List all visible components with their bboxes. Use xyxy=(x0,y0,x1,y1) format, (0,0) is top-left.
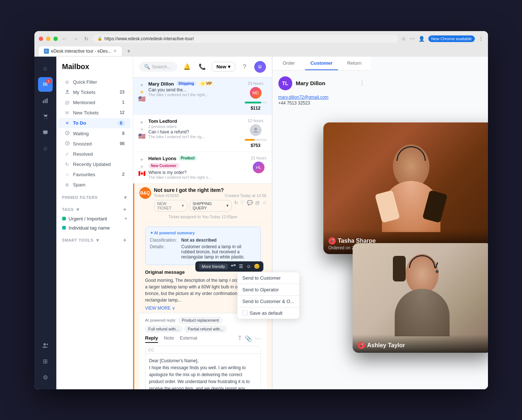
tab-return[interactable]: Return xyxy=(338,57,371,70)
sidebar-item-waiting[interactable]: Waiting 8 xyxy=(59,129,131,139)
contact-more-btn[interactable]: ⋮ xyxy=(359,80,365,87)
list-format-btn[interactable]: ☰ xyxy=(239,264,243,269)
video-card-tasha: 🎤 Tasha Sharpe Ordered on 22 Mar, 2022 xyxy=(323,122,488,254)
refresh-ticket-icon[interactable]: ↻ xyxy=(234,200,238,212)
ticket-item-tom-ledford[interactable]: + ★ 🇺🇸 Tom Ledford 2 previous orders Can… xyxy=(133,115,272,152)
sidebar-item-new-tickets[interactable]: ✉ New Tickets 12 xyxy=(59,108,131,118)
tag-individual[interactable]: Individual tag name xyxy=(56,223,133,232)
suggestion-product[interactable]: Product replacement xyxy=(179,317,222,323)
forward-button[interactable]: → xyxy=(72,35,80,42)
star-icon-3[interactable]: ★ xyxy=(140,164,144,169)
emoji-btn-1[interactable]: ☺ xyxy=(246,264,251,269)
at-icon[interactable]: @ xyxy=(255,200,260,212)
more-friendly-label[interactable]: More friendly xyxy=(199,264,228,269)
quick-filter-icon: ⊘ xyxy=(64,79,70,85)
close-dot[interactable] xyxy=(39,37,43,41)
new-tickets-icon: ✉ xyxy=(64,110,70,116)
new-tab-button[interactable]: + xyxy=(123,46,134,57)
refresh-button[interactable]: ↻ xyxy=(83,35,90,42)
ticket-list-header: 🔍 Search... 🔔 📞 New ▾ ? U xyxy=(133,57,272,77)
contact-email[interactable]: mary.dillon72@gmail.com xyxy=(278,95,365,100)
tag-urgent-important[interactable]: Urgent / Important ▾ xyxy=(56,214,133,223)
chat-icon[interactable]: 💬 xyxy=(247,200,253,212)
star-icon-2[interactable]: ★ xyxy=(140,126,144,132)
tab-order[interactable]: Order xyxy=(273,57,305,70)
send-to-customer-operator-item[interactable]: Send to Customer & O... xyxy=(237,296,300,307)
sidebar-icon-mail[interactable]: ✉ 1 xyxy=(38,77,53,92)
attachment-icon[interactable]: 📎 xyxy=(245,335,252,343)
shipping-query-badge[interactable]: SHIPPING QUERY ▾ xyxy=(189,200,232,212)
smart-tools-chevron[interactable]: ▾ xyxy=(96,237,99,243)
recently-updated-icon: ↻ xyxy=(64,162,70,167)
star-ticket-icon[interactable]: ☆ xyxy=(262,200,267,212)
quote-format-btn[interactable]: ❝❞ xyxy=(231,264,236,269)
add-smart-tool-button[interactable]: + xyxy=(123,237,127,243)
star-icon[interactable]: ★ xyxy=(140,89,144,95)
more-options-icon[interactable]: ⋯ xyxy=(255,335,261,343)
text-icon[interactable]: T xyxy=(238,335,242,343)
reply-tab-note[interactable]: Note xyxy=(164,335,174,343)
reply-tab-reply[interactable]: Reply xyxy=(145,335,158,343)
pinned-filters-chevron[interactable]: ▾ xyxy=(124,194,127,200)
address-bar[interactable]: 🔒 https://www.edesk.com/edesk-interactiv… xyxy=(93,35,398,43)
sidebar-item-my-tickets[interactable]: My Tickets 23 xyxy=(59,87,131,97)
new-button[interactable]: New ▾ xyxy=(212,62,235,72)
profile-icon[interactable]: 👤 xyxy=(418,36,425,42)
sidebar-item-favourites[interactable]: ☆ Favourites 2 xyxy=(59,170,131,179)
sidebar-icon-users[interactable] xyxy=(38,338,53,353)
suggestion-partial-refund[interactable]: Partial refund with... xyxy=(184,326,226,332)
suggestion-full-refund[interactable]: Full refund with... xyxy=(145,326,183,332)
save-default-checkbox[interactable] xyxy=(243,310,248,315)
tag-chevron[interactable]: ▾ xyxy=(125,216,127,221)
sidebar-item-recently-updated[interactable]: ↻ Recently Updated xyxy=(59,159,131,169)
sidebar-item-mentioned[interactable]: @ Mentioned 1 xyxy=(59,98,131,107)
maximize-dot[interactable] xyxy=(53,37,58,41)
to-field[interactable]: CC xyxy=(146,346,260,354)
avatar-button[interactable]: U xyxy=(254,61,266,73)
ashley-body xyxy=(395,289,450,336)
heart-icon[interactable]: ♡ xyxy=(240,200,245,212)
sidebar-icon-chat[interactable] xyxy=(38,125,53,140)
search-box[interactable]: 🔍 Search... xyxy=(139,62,177,72)
chrome-badge[interactable]: New Chrome available xyxy=(428,35,475,42)
reply-tab-external[interactable]: External xyxy=(180,335,197,343)
sidebar-icon-chart[interactable] xyxy=(38,93,53,108)
minimize-dot[interactable] xyxy=(46,37,50,41)
progress-bar-2 xyxy=(245,139,267,141)
new-ticket-badge[interactable]: NEW TICKET ▾ xyxy=(154,200,187,212)
ai-details: Details: Customer ordered a lamp in oil … xyxy=(150,244,256,260)
back-button[interactable]: ← xyxy=(61,35,69,42)
sidebar-item-snoozed[interactable]: Snoozed 98 xyxy=(59,139,131,149)
active-tab[interactable]: e eDesk interactive tour - eDes... ✕ xyxy=(39,46,122,56)
help-button[interactable]: ? xyxy=(239,61,251,73)
sidebar-icon-settings[interactable]: ⚙ xyxy=(38,370,53,385)
contact-name: Mary Dillon xyxy=(296,80,326,86)
tab-customer[interactable]: Customer xyxy=(305,57,338,70)
svg-point-6 xyxy=(46,344,48,345)
plus-icon-2: + xyxy=(140,119,143,126)
sidebar-item-quick-filter[interactable]: ⊘ Quick Filter xyxy=(59,77,131,87)
sidebar-item-resolved[interactable]: ✓ Resolved xyxy=(59,149,131,159)
menu-icon[interactable]: ⋮ xyxy=(478,36,484,42)
tags-chevron[interactable]: ▾ xyxy=(76,207,79,212)
reply-text-area[interactable]: Dear [Customer's Name], I hope this mess… xyxy=(146,354,260,389)
bell-button[interactable]: 🔔 xyxy=(181,61,193,73)
sidebar-item-todo[interactable]: ≡ To Do 6 xyxy=(59,118,131,128)
emoji-btn-2[interactable]: 😊 xyxy=(254,264,260,269)
sidebar-icon-cart[interactable] xyxy=(38,109,53,124)
send-to-operator-item[interactable]: Send to Operator xyxy=(237,284,300,295)
extension-icon[interactable]: ⋯ xyxy=(410,36,415,42)
sidebar-item-spam[interactable]: ⊗ Spam xyxy=(59,180,131,190)
sidebar-icon-home[interactable]: ⌂ xyxy=(38,61,53,76)
sidebar-icon-grid[interactable]: ⊞ xyxy=(38,354,53,369)
sidebar-icon-star[interactable]: ☆ xyxy=(38,141,53,156)
bookmark-icon[interactable]: ☆ xyxy=(401,36,406,42)
ticket-item-mary-dillon[interactable]: + ★ 🇺🇸 Mary Dillon Shipping ⭐ VIP Can yo… xyxy=(133,77,272,115)
tab-close-button[interactable]: ✕ xyxy=(113,49,117,53)
flag-canada: 🇨🇦 xyxy=(138,170,146,177)
add-tag-button[interactable]: + xyxy=(123,206,127,213)
send-to-customer-item[interactable]: Send to Customer xyxy=(237,272,300,284)
assignee-avatar-2 xyxy=(250,124,262,136)
ticket-item-helen-lyons[interactable]: + ★ 🇨🇦 Helen Lyons Product New Customer … xyxy=(133,152,272,183)
phone-button[interactable]: 📞 xyxy=(196,61,208,73)
